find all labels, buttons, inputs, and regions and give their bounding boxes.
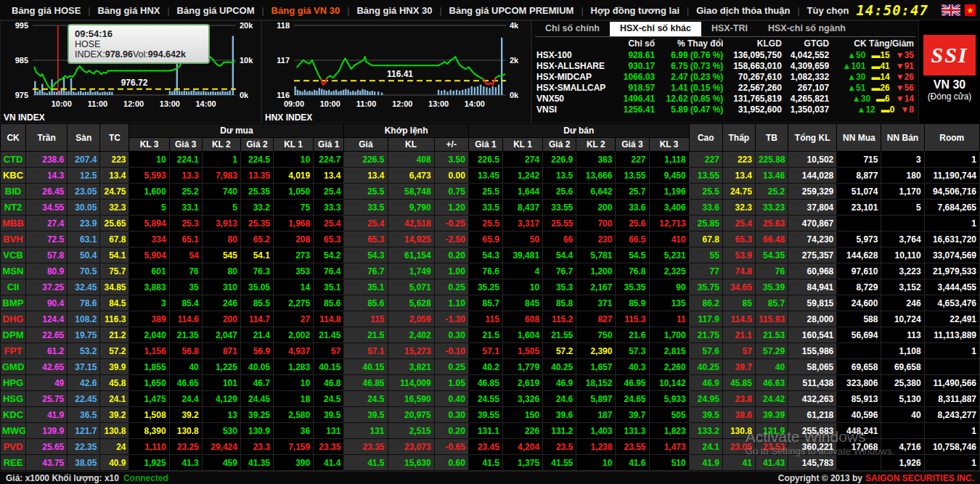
index-row[interactable]: HSX-100928.616.99 (0.76 %)136,095,7504,0… [535, 49, 915, 60]
table-row[interactable]: GMD42.6537.1539.91,855401,22540.051,2834… [1, 359, 980, 375]
sub-column-header[interactable]: Giá [344, 138, 388, 152]
table-row[interactable]: REE43.7538.0540.91,92541.345941.3539041.… [1, 455, 980, 471]
menu-item[interactable]: Hợp đồng tương lai [584, 5, 687, 16]
ticker-MSN[interactable]: MSN [1, 263, 26, 279]
column-header[interactable]: TC [100, 124, 129, 152]
index-row[interactable]: HSX-SMALLCAP918.571.41 (0.15 %)22,567,26… [535, 82, 915, 93]
sub-column-header[interactable]: Giá 2 [543, 138, 576, 152]
column-header[interactable]: Sàn [68, 124, 100, 152]
table-row[interactable]: MSN80.970.575.7601768076.335376.476.71,7… [1, 263, 980, 279]
column-header[interactable]: NN Mua [837, 124, 881, 152]
table-row[interactable]: NT234.5530.0532.3533.1533.27533.333.59,7… [1, 200, 980, 216]
vn-index-chart[interactable]: 9759859950k10k20k10:0011:0012:0013:0014:… [0, 20, 261, 123]
sub-column-header[interactable]: KL 3 [649, 138, 689, 152]
ticker-DHG[interactable]: DHG [1, 311, 26, 327]
table-row[interactable]: KBC14.312.513.45,59313.37,98313.354,0191… [1, 168, 980, 184]
ticker-CTD[interactable]: CTD [1, 152, 26, 168]
table-row[interactable]: BMP90.478.684.5385.424685.52,27585.685.6… [1, 295, 980, 311]
menu-item[interactable]: Bảng giá HOSE [4, 5, 88, 16]
sub-column-header[interactable]: KL 2 [576, 138, 616, 152]
sub-column-header[interactable]: Giá 3 [169, 138, 202, 152]
column-header[interactable]: Khớp lệnh [344, 124, 468, 138]
table-row[interactable]: FPT61.253.257.21,15656.887156.94,9375757… [1, 343, 980, 359]
column-header[interactable]: Dư bán [468, 124, 689, 138]
table-row[interactable]: CII37.2532.4534.853,8833531035.051435.13… [1, 279, 980, 295]
board-cell: 3,883 [129, 279, 169, 295]
table-row[interactable]: MWG139.9121.7130.88,390130.8530130.93613… [1, 423, 980, 439]
sub-column-header[interactable]: KL [388, 138, 434, 152]
table-row[interactable]: VCB57.850.454.15,9045454554.127354.254.3… [1, 247, 980, 263]
menu-item[interactable]: Bảng giá UPCOM PREMIUM [442, 5, 581, 16]
index-row[interactable]: HSX-ALLSHARE930.176.75 (0.73 %)158,663,0… [535, 60, 915, 71]
board-cell: 72.5 [26, 231, 68, 247]
ticker-HSG[interactable]: HSG [1, 391, 26, 407]
table-row[interactable]: BVH72.563.167.833465.18065.220865.365.31… [1, 231, 980, 247]
sub-column-header[interactable]: Giá 1 [468, 138, 502, 152]
table-row[interactable]: PVD25.6522.35241,11023.2529,42423.37,159… [1, 439, 980, 455]
sub-column-header[interactable]: KL 1 [502, 138, 542, 152]
column-header[interactable]: Room [924, 124, 979, 152]
ticker-FPT[interactable]: FPT [1, 343, 26, 359]
table-row[interactable]: HSG25.7522.4524.11,47524.44,12924.451824… [1, 391, 980, 407]
ticker-KBC[interactable]: KBC [1, 168, 26, 184]
ticker-VCB[interactable]: VCB [1, 247, 26, 263]
menu-item[interactable]: Bảng giá VN 30 [264, 5, 348, 16]
column-header[interactable]: CK [1, 124, 26, 152]
sub-column-header[interactable]: KL 2 [202, 138, 240, 152]
board-cell: 101 [202, 375, 240, 391]
sub-column-header[interactable]: KL 1 [274, 138, 314, 152]
column-header[interactable]: Trần [26, 124, 68, 152]
ticker-MBB[interactable]: MBB [1, 216, 26, 231]
ticker-DPM[interactable]: DPM [1, 327, 26, 343]
sub-column-header[interactable]: +/- [434, 138, 468, 152]
index-tab[interactable]: Chỉ số chính [535, 22, 610, 36]
sub-column-header[interactable]: Giá 2 [240, 138, 273, 152]
menu-item[interactable]: Tùy chọn [800, 5, 857, 16]
index-row[interactable]: VNX501496.4112.62 (0.85 %)131,765,8194,2… [535, 93, 915, 104]
column-header[interactable]: NN Bán [881, 124, 924, 152]
menu-item[interactable]: Bảng giá HNX [90, 5, 167, 16]
column-header[interactable]: Tổng KL [788, 124, 837, 152]
ticker-BVH[interactable]: BVH [1, 231, 26, 247]
table-row[interactable]: MBB27.423.925.655,89425.33,91325.351,968… [1, 216, 980, 231]
table-row[interactable]: DHG124.4108.2116.3389114.6200114.727114.… [1, 311, 980, 327]
vietnam-flag-icon[interactable]: ★ [965, 4, 976, 16]
hnx-index-chart[interactable]: 1161171180k2k4k09:0010:0011:0012:0013:00… [261, 20, 531, 123]
index-row[interactable]: HSX-MIDCAP1066.032.47 (0.23 %)70,267,610… [535, 71, 915, 82]
column-header[interactable]: TB [755, 124, 788, 152]
column-header[interactable]: Thấp [722, 124, 755, 152]
index-tab[interactable]: HSX-chỉ số ngành [758, 22, 856, 36]
sub-column-header[interactable]: KL 3 [129, 138, 169, 152]
board-cell: 42,518 [388, 216, 434, 231]
board-cell: 1 [924, 423, 979, 439]
ticker-KDC[interactable]: KDC [1, 407, 26, 423]
table-row[interactable]: BID26.4523.0524.751,60025.274025.351,050… [1, 184, 980, 200]
sub-column-header[interactable]: Giá 1 [314, 138, 344, 152]
ticker-PVD[interactable]: PVD [1, 439, 26, 455]
ticker-NT2[interactable]: NT2 [1, 200, 26, 216]
index-tab[interactable]: HSX-chỉ số khác [610, 22, 701, 36]
ticker-REE[interactable]: REE [1, 455, 26, 471]
sub-column-header[interactable]: Giá 3 [616, 138, 649, 152]
board-cell: 61,154 [388, 247, 434, 263]
menu-item[interactable]: Bảng giá HNX 30 [349, 5, 439, 16]
index-tab[interactable]: HSX-TRI [701, 22, 758, 36]
index-row[interactable]: VNSI1256.415.89 (0.47 %)31,952,6001,350,… [535, 104, 915, 115]
ticker-CII[interactable]: CII [1, 279, 26, 295]
table-row[interactable]: CTD238.6207.422310224.11224.510224.7226.… [1, 152, 980, 168]
ticker-BMP[interactable]: BMP [1, 295, 26, 311]
ticker-GMD[interactable]: GMD [1, 359, 26, 375]
menu-item[interactable]: Giao dịch thỏa thuận [689, 5, 797, 16]
column-header[interactable]: Dư mua [129, 124, 344, 138]
column-header[interactable]: Cao [689, 124, 722, 152]
ticker-HPG[interactable]: HPG [1, 375, 26, 391]
ticker-BID[interactable]: BID [1, 184, 26, 200]
ticker-MWG[interactable]: MWG [1, 423, 26, 439]
board-cell: 25.63 [755, 216, 788, 231]
table-row[interactable]: HPG4942.645.81,65046.6510146.71046.846.8… [1, 375, 980, 391]
menu-item[interactable]: Bảng giá UPCOM [170, 5, 262, 16]
table-row[interactable]: DPM22.6519.7521.22,04021.352,04721.42,00… [1, 327, 980, 343]
board-cell: 114.6 [169, 311, 202, 327]
uk-flag-icon[interactable] [942, 4, 960, 16]
table-row[interactable]: KDC41.936.539.21,50839.21339.252,58039.5… [1, 407, 980, 423]
